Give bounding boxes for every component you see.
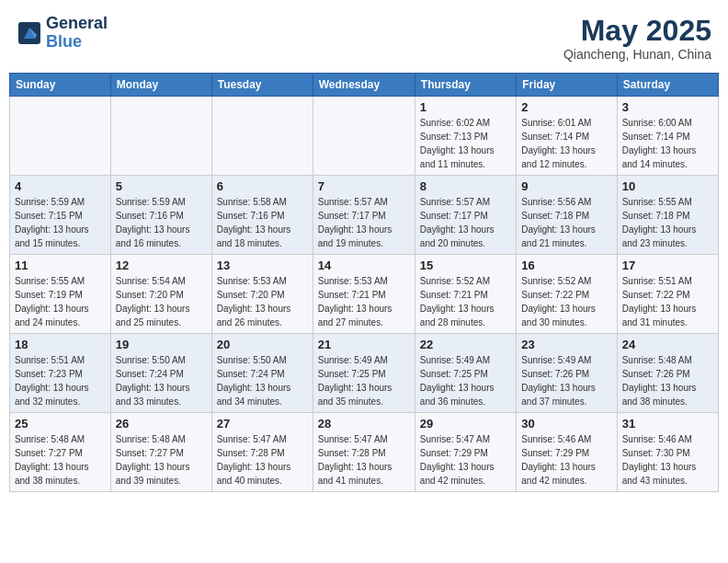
day-detail: Sunrise: 5:47 AMSunset: 7:28 PMDaylight:… [318, 432, 410, 488]
calendar-cell: 16Sunrise: 5:52 AMSunset: 7:22 PMDayligh… [517, 255, 617, 334]
day-detail: Sunrise: 5:55 AMSunset: 7:19 PMDaylight:… [15, 274, 106, 329]
day-number: 29 [420, 417, 511, 431]
calendar-cell: 26Sunrise: 5:48 AMSunset: 7:27 PMDayligh… [110, 413, 211, 492]
calendar-cell: 18Sunrise: 5:51 AMSunset: 7:23 PMDayligh… [10, 334, 111, 413]
calendar-cell: 27Sunrise: 5:47 AMSunset: 7:28 PMDayligh… [211, 413, 313, 492]
day-detail: Sunrise: 5:57 AMSunset: 7:17 PMDaylight:… [420, 195, 511, 250]
day-number: 1 [420, 100, 511, 114]
day-number: 20 [217, 338, 308, 351]
page-header: General Blue May 2025 Qiancheng, Hunan, … [9, 9, 719, 67]
day-detail: Sunrise: 6:01 AMSunset: 7:14 PMDaylight:… [521, 116, 611, 171]
calendar-cell: 21Sunrise: 5:49 AMSunset: 7:25 PMDayligh… [313, 334, 415, 413]
day-number: 19 [116, 338, 207, 351]
day-detail: Sunrise: 5:59 AMSunset: 7:15 PMDaylight:… [15, 195, 106, 250]
logo-text: General Blue [46, 15, 108, 52]
day-detail: Sunrise: 5:49 AMSunset: 7:25 PMDaylight:… [318, 353, 410, 408]
title-block: May 2025 Qiancheng, Hunan, China [563, 15, 711, 62]
day-detail: Sunrise: 5:47 AMSunset: 7:29 PMDaylight:… [420, 432, 511, 488]
month-title: May 2025 [563, 15, 711, 47]
calendar-cell: 2Sunrise: 6:01 AMSunset: 7:14 PMDaylight… [517, 97, 617, 176]
day-detail: Sunrise: 5:49 AMSunset: 7:25 PMDaylight:… [420, 353, 511, 408]
calendar-cell: 5Sunrise: 5:59 AMSunset: 7:16 PMDaylight… [110, 176, 211, 255]
day-detail: Sunrise: 6:00 AMSunset: 7:14 PMDaylight:… [622, 116, 713, 171]
day-detail: Sunrise: 5:52 AMSunset: 7:21 PMDaylight:… [420, 274, 511, 329]
calendar-cell: 12Sunrise: 5:54 AMSunset: 7:20 PMDayligh… [110, 255, 211, 334]
day-number: 30 [521, 417, 611, 431]
day-number: 13 [217, 259, 308, 272]
calendar-cell: 7Sunrise: 5:57 AMSunset: 7:17 PMDaylight… [313, 176, 415, 255]
calendar-cell: 8Sunrise: 5:57 AMSunset: 7:17 PMDaylight… [415, 176, 516, 255]
calendar-cell: 28Sunrise: 5:47 AMSunset: 7:28 PMDayligh… [313, 413, 415, 492]
day-detail: Sunrise: 5:46 AMSunset: 7:29 PMDaylight:… [521, 432, 611, 488]
calendar-cell: 31Sunrise: 5:46 AMSunset: 7:30 PMDayligh… [617, 413, 718, 492]
day-number: 10 [622, 179, 713, 193]
day-detail: Sunrise: 5:55 AMSunset: 7:18 PMDaylight:… [622, 195, 713, 250]
day-detail: Sunrise: 5:48 AMSunset: 7:27 PMDaylight:… [116, 432, 207, 488]
day-number: 16 [521, 259, 611, 272]
day-detail: Sunrise: 5:48 AMSunset: 7:27 PMDaylight:… [15, 432, 106, 488]
day-number: 3 [622, 100, 713, 114]
calendar-cell: 10Sunrise: 5:55 AMSunset: 7:18 PMDayligh… [617, 176, 718, 255]
day-detail: Sunrise: 5:52 AMSunset: 7:22 PMDaylight:… [521, 274, 611, 329]
day-number: 22 [420, 338, 511, 351]
calendar-cell: 14Sunrise: 5:53 AMSunset: 7:21 PMDayligh… [313, 255, 415, 334]
weekday-header-monday: Monday [110, 74, 211, 97]
logo: General Blue [17, 15, 108, 52]
weekday-header-saturday: Saturday [617, 74, 718, 97]
calendar-cell: 17Sunrise: 5:51 AMSunset: 7:22 PMDayligh… [617, 255, 718, 334]
calendar-week-3: 11Sunrise: 5:55 AMSunset: 7:19 PMDayligh… [10, 255, 719, 334]
day-number: 7 [318, 179, 410, 193]
day-detail: Sunrise: 5:54 AMSunset: 7:20 PMDaylight:… [116, 274, 207, 329]
day-detail: Sunrise: 5:51 AMSunset: 7:22 PMDaylight:… [622, 274, 713, 329]
logo-line2: Blue [46, 33, 108, 52]
calendar-cell: 30Sunrise: 5:46 AMSunset: 7:29 PMDayligh… [517, 413, 617, 492]
day-number: 26 [116, 417, 207, 431]
day-number: 6 [217, 179, 308, 193]
calendar-cell: 22Sunrise: 5:49 AMSunset: 7:25 PMDayligh… [415, 334, 516, 413]
day-number: 28 [318, 417, 410, 431]
day-detail: Sunrise: 5:59 AMSunset: 7:16 PMDaylight:… [116, 195, 207, 250]
calendar-cell: 13Sunrise: 5:53 AMSunset: 7:20 PMDayligh… [211, 255, 313, 334]
day-number: 24 [622, 338, 713, 351]
calendar-cell: 20Sunrise: 5:50 AMSunset: 7:24 PMDayligh… [211, 334, 313, 413]
calendar-cell: 3Sunrise: 6:00 AMSunset: 7:14 PMDaylight… [617, 97, 718, 176]
day-detail: Sunrise: 5:46 AMSunset: 7:30 PMDaylight:… [622, 432, 713, 488]
day-number: 9 [521, 179, 611, 193]
weekday-header-sunday: Sunday [10, 74, 111, 97]
weekday-header-tuesday: Tuesday [211, 74, 313, 97]
calendar-cell: 19Sunrise: 5:50 AMSunset: 7:24 PMDayligh… [110, 334, 211, 413]
day-number: 23 [521, 338, 611, 351]
calendar-cell: 25Sunrise: 5:48 AMSunset: 7:27 PMDayligh… [10, 413, 111, 492]
day-number: 12 [116, 259, 207, 272]
calendar-cell: 23Sunrise: 5:49 AMSunset: 7:26 PMDayligh… [517, 334, 617, 413]
calendar-cell: 1Sunrise: 6:02 AMSunset: 7:13 PMDaylight… [415, 97, 516, 176]
calendar-cell [110, 97, 211, 176]
day-detail: Sunrise: 5:50 AMSunset: 7:24 PMDaylight:… [217, 353, 308, 408]
calendar-week-2: 4Sunrise: 5:59 AMSunset: 7:15 PMDaylight… [10, 176, 719, 255]
day-detail: Sunrise: 5:47 AMSunset: 7:28 PMDaylight:… [217, 432, 308, 488]
calendar-cell: 4Sunrise: 5:59 AMSunset: 7:15 PMDaylight… [10, 176, 111, 255]
calendar-week-1: 1Sunrise: 6:02 AMSunset: 7:13 PMDaylight… [10, 97, 719, 176]
location: Qiancheng, Hunan, China [563, 47, 711, 62]
calendar-table: SundayMondayTuesdayWednesdayThursdayFrid… [9, 73, 719, 492]
calendar-cell: 11Sunrise: 5:55 AMSunset: 7:19 PMDayligh… [10, 255, 111, 334]
day-number: 31 [622, 417, 713, 431]
calendar-cell [211, 97, 313, 176]
day-detail: Sunrise: 5:57 AMSunset: 7:17 PMDaylight:… [318, 195, 410, 250]
calendar-cell [10, 97, 111, 176]
calendar-week-5: 25Sunrise: 5:48 AMSunset: 7:27 PMDayligh… [10, 413, 719, 492]
day-number: 5 [116, 179, 207, 193]
calendar-cell: 15Sunrise: 5:52 AMSunset: 7:21 PMDayligh… [415, 255, 516, 334]
calendar-cell: 6Sunrise: 5:58 AMSunset: 7:16 PMDaylight… [211, 176, 313, 255]
day-detail: Sunrise: 5:56 AMSunset: 7:18 PMDaylight:… [521, 195, 611, 250]
day-detail: Sunrise: 5:53 AMSunset: 7:21 PMDaylight:… [318, 274, 410, 329]
logo-line1: General [46, 15, 108, 33]
day-detail: Sunrise: 6:02 AMSunset: 7:13 PMDaylight:… [420, 116, 511, 171]
calendar-cell: 9Sunrise: 5:56 AMSunset: 7:18 PMDaylight… [517, 176, 617, 255]
day-detail: Sunrise: 5:50 AMSunset: 7:24 PMDaylight:… [116, 353, 207, 408]
calendar-week-4: 18Sunrise: 5:51 AMSunset: 7:23 PMDayligh… [10, 334, 719, 413]
day-number: 25 [15, 417, 106, 431]
weekday-header-wednesday: Wednesday [313, 74, 415, 97]
weekday-header-thursday: Thursday [415, 74, 516, 97]
calendar-cell [313, 97, 415, 176]
